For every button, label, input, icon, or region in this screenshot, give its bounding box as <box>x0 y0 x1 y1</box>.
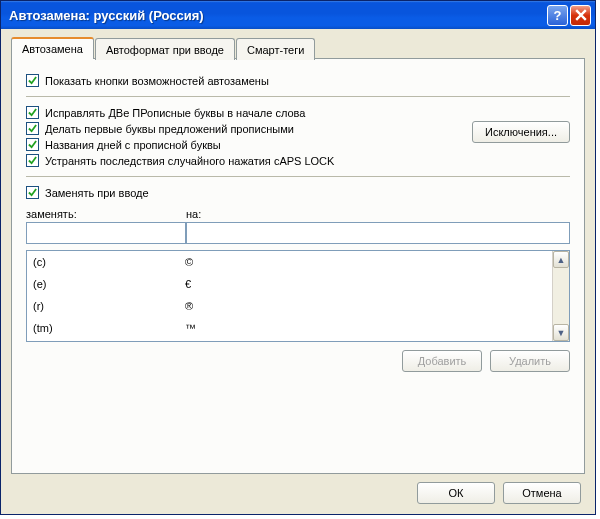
checkbox-correct-capslock[interactable] <box>26 154 39 167</box>
dialog-footer: ОК Отмена <box>11 474 585 508</box>
label-capitalize-sentences: Делать первые буквы предложений прописны… <box>45 123 294 135</box>
chevron-down-icon: ▼ <box>557 328 566 338</box>
scrollbar[interactable]: ▲ ▼ <box>552 251 569 341</box>
scroll-up-button[interactable]: ▲ <box>553 251 569 268</box>
list-item[interactable]: (tm) ™ <box>27 317 552 339</box>
label-show-autocorrect-options: Показать кнопки возможностей автозамены <box>45 75 269 87</box>
list-item[interactable]: (r) ® <box>27 295 552 317</box>
checkbox-show-autocorrect-options[interactable] <box>26 74 39 87</box>
exceptions-button[interactable]: Исключения... <box>472 121 570 143</box>
with-input[interactable] <box>186 222 570 244</box>
label-capitalize-days: Названия дней с прописной буквы <box>45 139 221 151</box>
titlebar: Автозамена: русский (Россия) ? <box>1 1 595 29</box>
column-header-replace: заменять: <box>26 208 186 220</box>
ok-button[interactable]: ОК <box>417 482 495 504</box>
tab-strip: Автозамена Автоформат при вводе Смарт-те… <box>11 37 585 59</box>
add-button[interactable]: Добавить <box>402 350 482 372</box>
label-replace-as-type: Заменять при вводе <box>45 187 149 199</box>
checkbox-capitalize-sentences[interactable] <box>26 122 39 135</box>
close-icon <box>575 9 587 21</box>
list-body: (c) © (e) € (r) ® (tm) ™ <box>27 251 552 341</box>
list-item[interactable]: (e) € <box>27 273 552 295</box>
autocorrect-dialog: Автозамена: русский (Россия) ? Автозамен… <box>0 0 596 515</box>
delete-button[interactable]: Удалить <box>490 350 570 372</box>
label-correct-two-caps: Исправлять ДВе ПРописные буквы в начале … <box>45 107 305 119</box>
replacements-list[interactable]: (c) © (e) € (r) ® (tm) ™ <box>26 250 570 342</box>
tab-smart-tags[interactable]: Смарт-теги <box>236 38 315 60</box>
label-correct-capslock: Устранять последствия случайного нажатия… <box>45 155 334 167</box>
tab-panel: Показать кнопки возможностей автозамены … <box>11 58 585 474</box>
separator <box>26 96 570 97</box>
list-item[interactable]: (c) © <box>27 251 552 273</box>
tab-autocorrect[interactable]: Автозамена <box>11 37 94 59</box>
checkbox-correct-two-caps[interactable] <box>26 106 39 119</box>
tab-autoformat[interactable]: Автоформат при вводе <box>95 38 235 60</box>
scroll-track[interactable] <box>553 268 569 324</box>
checkbox-capitalize-days[interactable] <box>26 138 39 151</box>
close-button[interactable] <box>570 5 591 26</box>
help-button[interactable]: ? <box>547 5 568 26</box>
cancel-button[interactable]: Отмена <box>503 482 581 504</box>
chevron-up-icon: ▲ <box>557 255 566 265</box>
separator <box>26 176 570 177</box>
replace-input[interactable] <box>26 222 186 244</box>
column-header-with: на: <box>186 208 570 220</box>
window-title: Автозамена: русский (Россия) <box>9 8 545 23</box>
client-area: Автозамена Автоформат при вводе Смарт-те… <box>1 29 595 514</box>
checkbox-replace-as-type[interactable] <box>26 186 39 199</box>
scroll-down-button[interactable]: ▼ <box>553 324 569 341</box>
